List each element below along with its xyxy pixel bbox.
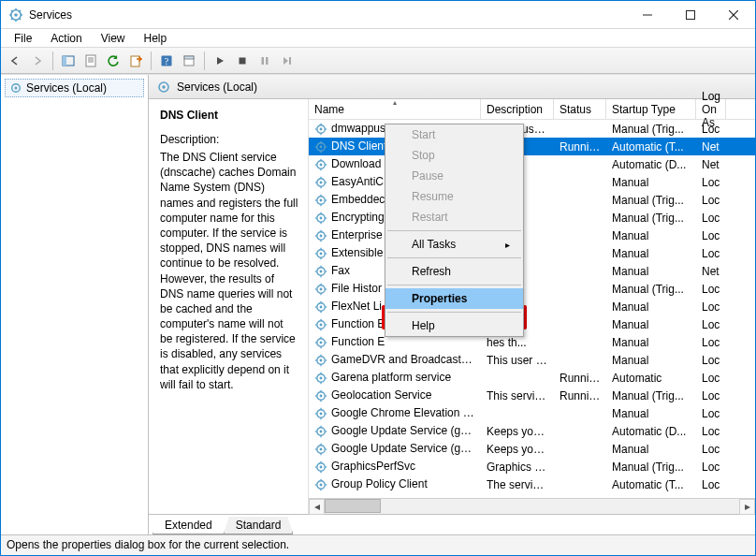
svg-line-9 (20, 10, 21, 11)
submenu-arrow-icon: ▸ (505, 240, 510, 250)
service-row[interactable]: dmwappushsvcWAP Push ...Manual (Trig...L… (309, 120, 755, 138)
services-icon (156, 80, 171, 95)
menu-view[interactable]: View (92, 30, 135, 47)
cell-startup-type: Manual (Trig... (606, 194, 696, 207)
properties-sheet-button[interactable] (179, 51, 199, 71)
tab-standard[interactable]: Standard (224, 517, 294, 534)
forward-button[interactable] (27, 51, 48, 71)
back-button[interactable] (5, 51, 25, 71)
context-menu-refresh[interactable]: Refresh (385, 261, 523, 282)
cell-logon: Loc (696, 425, 726, 438)
context-menu-pause[interactable]: Pause (385, 166, 523, 186)
close-button[interactable] (712, 1, 755, 29)
gear-icon (314, 123, 327, 136)
context-menu-restart[interactable]: Restart (385, 207, 523, 227)
cell-logon: Loc (696, 478, 726, 491)
context-menu-resume[interactable]: Resume (385, 186, 523, 207)
cell-logon: Loc (696, 372, 726, 385)
column-header-description[interactable]: Description (481, 99, 554, 119)
menu-bar: File Action View Help (1, 29, 755, 48)
grid-body[interactable]: dmwappushsvcWAP Push ...Manual (Trig...L… (309, 120, 755, 498)
context-menu-properties[interactable]: Properties (385, 288, 523, 309)
service-row[interactable]: DNS ClientIS Cli...RunningAutomatic (T..… (309, 138, 755, 155)
cell-startup-type: Manual (606, 407, 696, 420)
context-menu-start[interactable]: Start (385, 124, 523, 145)
refresh-button[interactable] (103, 51, 124, 71)
menu-file[interactable]: File (5, 30, 41, 47)
menu-help[interactable]: Help (135, 30, 177, 47)
service-row[interactable]: Google Chrome Elevation S...ManualLoc (309, 404, 755, 422)
tab-extended[interactable]: Extended (153, 516, 225, 534)
service-row[interactable]: EasyAntiCes int...ManualLoc (309, 173, 755, 191)
svg-point-76 (320, 253, 323, 256)
cell-startup-type: Automatic (606, 372, 696, 385)
service-row[interactable]: Function Ehes th...ManualLoc (309, 333, 755, 351)
cell-startup-type: Automatic (D... (606, 158, 696, 171)
tree-item-services-local[interactable]: Services (Local) (5, 79, 144, 97)
cell-logon: Loc (696, 212, 726, 225)
scroll-thumb[interactable] (325, 499, 381, 513)
service-row[interactable]: Google Update Service (gup...Keeps your … (309, 440, 755, 458)
start-service-button[interactable] (210, 51, 230, 71)
maximize-button[interactable] (669, 1, 712, 29)
cell-description: Keeps your ... (481, 425, 554, 438)
restart-service-button[interactable] (277, 51, 298, 71)
scroll-track[interactable] (325, 499, 739, 515)
service-row[interactable]: Function EPHO...ManualLoc (309, 315, 755, 333)
column-header-logon[interactable]: Log On As (696, 99, 726, 119)
service-row[interactable]: Encryptinges th...Manual (Trig...Loc (309, 209, 755, 227)
stop-service-button[interactable] (232, 51, 253, 71)
gear-icon (314, 158, 327, 171)
svg-point-64 (320, 217, 323, 220)
toolbar-divider (52, 51, 53, 70)
console-tree[interactable]: Services (Local) (1, 75, 149, 534)
service-row[interactable]: GraphicsPerfSvcGraphics pe...Manual (Tri… (309, 458, 755, 476)
context-menu-separator (387, 230, 521, 231)
service-row[interactable]: FlexNet Lirvice ...ManualLoc (309, 298, 755, 315)
cell-startup-type: Manual (606, 300, 696, 314)
column-header-status[interactable]: Status (554, 99, 606, 119)
properties-button[interactable] (80, 51, 101, 71)
service-row[interactable]: Downloadvs se...Automatic (D...Net (309, 155, 755, 173)
cell-logon: Loc (696, 283, 726, 296)
service-row[interactable]: Faxs you...ManualNet (309, 262, 755, 280)
show-hide-tree-button[interactable] (58, 51, 79, 71)
gear-icon (314, 283, 327, 296)
scroll-left-arrow-icon[interactable]: ◂ (309, 499, 325, 515)
service-row[interactable]: File Histors use...Manual (Trig...Loc (309, 280, 755, 298)
help-button[interactable]: ? (156, 51, 177, 71)
column-header-startup[interactable]: Startup Type (606, 99, 696, 119)
minimize-button[interactable] (626, 1, 669, 29)
export-button[interactable] (125, 51, 146, 71)
service-row[interactable]: Extensibleensi...ManualLoc (309, 244, 755, 262)
service-row[interactable]: Garena platform serviceRunningAutomaticL… (309, 369, 755, 387)
scroll-right-arrow-icon[interactable]: ▸ (739, 499, 755, 515)
cell-name: GameDVR and Broadcast Us... (309, 353, 481, 367)
service-row[interactable]: Enterprises ent...ManualLoc (309, 227, 755, 244)
services-icon (9, 81, 22, 95)
context-menu-stop[interactable]: Stop (385, 145, 523, 166)
gear-icon (314, 425, 327, 438)
svg-point-148 (320, 466, 323, 469)
service-row[interactable]: Geolocation ServiceThis service ...Runni… (309, 387, 755, 404)
title-bar[interactable]: Services (1, 1, 755, 29)
service-row[interactable]: Group Policy ClientThe service ...Automa… (309, 476, 755, 493)
result-pane: Services (Local) DNS Client Description:… (149, 75, 755, 534)
horizontal-scrollbar[interactable]: ◂ ▸ (309, 498, 755, 514)
svg-rect-15 (63, 56, 66, 66)
cell-description: The service ... (481, 478, 554, 491)
menu-action[interactable]: Action (41, 30, 91, 47)
gear-icon (314, 478, 327, 491)
pause-service-button[interactable] (254, 51, 275, 71)
service-row[interactable]: Google Update Service (gup...Keeps your … (309, 422, 755, 440)
context-menu-help[interactable]: Help (385, 315, 523, 336)
column-header-name[interactable]: Name▴ (309, 99, 481, 119)
context-menu-all-tasks[interactable]: All Tasks▸ (385, 234, 523, 255)
toolbar-divider (151, 51, 152, 70)
service-row[interactable]: Embeddecbed...Manual (Trig...Loc (309, 191, 755, 209)
cell-startup-type: Manual (606, 318, 696, 331)
service-row[interactable]: GameDVR and Broadcast Us...This user se.… (309, 351, 755, 369)
gear-icon (314, 300, 327, 314)
cell-startup-type: Manual (606, 229, 696, 242)
services-icon (8, 7, 23, 22)
